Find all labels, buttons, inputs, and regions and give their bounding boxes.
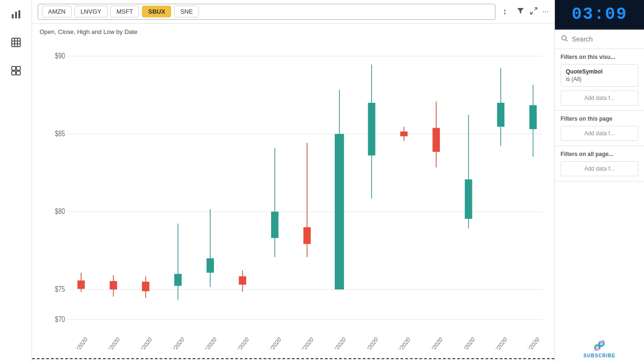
svg-point-69 <box>562 36 566 40</box>
filter-action-icons: ··· <box>516 7 549 17</box>
bar-chart-sidebar-icon[interactable] <box>7 5 25 24</box>
search-box <box>555 30 644 49</box>
svg-text:8/10/2020: 8/10/2020 <box>262 336 282 349</box>
filter-section-visual: Filters on this visu... QuoteSymbol is (… <box>555 49 644 111</box>
bottom-border <box>32 358 554 362</box>
svg-rect-45 <box>400 132 408 136</box>
right-panel: 03:09 Filters on this visu... QuoteSymbo… <box>554 0 644 362</box>
svg-text:7/6/2020: 7/6/2020 <box>103 336 121 349</box>
svg-text:$70: $70 <box>55 315 65 323</box>
filter-btn-sbux[interactable]: SBUX <box>142 6 171 17</box>
add-data-visual[interactable]: Add data f... <box>561 90 638 106</box>
svg-rect-11 <box>17 71 20 75</box>
filter-scroll-area[interactable]: AMZN LNVGY MSFT SBUX SNE <box>38 4 495 20</box>
filter-btn-sne[interactable]: SNE <box>174 6 199 17</box>
svg-line-70 <box>566 40 567 41</box>
svg-rect-47 <box>432 128 440 152</box>
dashboard-sidebar-icon[interactable] <box>7 61 25 80</box>
subscribe-dna-icon: 🧬 <box>594 340 605 351</box>
svg-rect-25 <box>77 280 85 289</box>
svg-rect-27 <box>110 281 117 289</box>
svg-rect-3 <box>12 38 20 47</box>
svg-rect-10 <box>12 71 16 75</box>
candlestick-chart: $90 $85 $80 $75 $70 <box>40 38 547 349</box>
svg-text:9/14/2020: 9/14/2020 <box>424 336 444 349</box>
filter-bar: AMZN LNVGY MSFT SBUX SNE ↕ ··· <box>32 0 554 24</box>
chart-area: Open, Close, High and Low by Date $90 $8… <box>32 24 554 358</box>
svg-text:8/31/2020: 8/31/2020 <box>359 336 379 349</box>
filter-btn-msft[interactable]: MSFT <box>110 6 139 17</box>
svg-rect-0 <box>12 14 14 18</box>
svg-rect-35 <box>239 276 247 285</box>
chart-title: Open, Close, High and Low by Date <box>40 28 547 35</box>
svg-rect-41 <box>335 134 344 289</box>
more-options-icon[interactable]: ··· <box>543 8 549 16</box>
svg-line-13 <box>530 11 533 14</box>
filter-section-page: Filters on this page Add data f... <box>555 111 644 146</box>
filter-btn-amzn[interactable]: AMZN <box>42 6 72 17</box>
filter-section-all-title: Filters on all page... <box>561 151 638 157</box>
svg-rect-49 <box>465 180 472 219</box>
filter-card-quotesymbol-title: QuoteSymbol <box>566 68 633 75</box>
add-data-all[interactable]: Add data f... <box>561 161 638 176</box>
svg-text:8/17/2020: 8/17/2020 <box>295 336 314 349</box>
filter-section-visual-title: Filters on this visu... <box>561 54 638 60</box>
search-icon <box>561 34 568 44</box>
filter-btn-lnvgy[interactable]: LNVGY <box>74 6 107 17</box>
subscribe-area: 🧬 SUBSCRIBE <box>555 336 644 362</box>
filter-card-quotesymbol[interactable]: QuoteSymbol is (All) <box>561 64 638 87</box>
filters-panel: Filters on this visu... QuoteSymbol is (… <box>555 49 644 336</box>
svg-rect-51 <box>497 103 504 127</box>
filter-section-all: Filters on all page... Add data f... <box>555 146 644 181</box>
sidebar <box>0 0 32 362</box>
svg-text:$90: $90 <box>55 52 65 60</box>
svg-text:9/21/2020: 9/21/2020 <box>456 336 476 349</box>
add-data-page[interactable]: Add data f... <box>561 126 638 141</box>
table-sidebar-icon[interactable] <box>7 33 25 52</box>
svg-text:$80: $80 <box>55 207 65 216</box>
filter-card-quotesymbol-value: is (All) <box>566 76 633 82</box>
svg-text:10/2/2020: 10/2/2020 <box>520 336 540 349</box>
svg-rect-53 <box>529 105 537 129</box>
svg-rect-37 <box>271 212 279 238</box>
svg-text:7/27/2020: 7/27/2020 <box>198 336 217 349</box>
main-content: AMZN LNVGY MSFT SBUX SNE ↕ ··· Open, Clo… <box>32 0 554 362</box>
cursor-area: ↕ <box>499 5 511 19</box>
svg-line-12 <box>534 8 537 10</box>
svg-text:6/29/2020: 6/29/2020 <box>68 336 88 349</box>
svg-text:$75: $75 <box>55 285 65 294</box>
svg-text:8/3/2020: 8/3/2020 <box>232 336 250 349</box>
svg-rect-39 <box>304 227 311 244</box>
svg-rect-1 <box>15 12 17 18</box>
chart-container: $90 $85 $80 $75 $70 <box>40 38 547 349</box>
svg-text:9/7/2020: 9/7/2020 <box>393 336 411 349</box>
svg-rect-9 <box>17 66 20 70</box>
subscribe-label[interactable]: SUBSCRIBE <box>584 353 616 358</box>
filter-section-page-title: Filters on this page <box>561 115 638 122</box>
svg-text:7/20/2020: 7/20/2020 <box>165 336 185 349</box>
svg-rect-8 <box>12 66 16 70</box>
svg-rect-31 <box>174 274 182 286</box>
svg-rect-2 <box>18 10 20 18</box>
svg-rect-29 <box>142 282 149 291</box>
svg-text:7/13/2020: 7/13/2020 <box>133 336 153 349</box>
clock-display: 03:09 <box>555 0 644 30</box>
svg-text:8/24/2020: 8/24/2020 <box>327 336 347 349</box>
search-input[interactable] <box>572 35 644 43</box>
filter-icon[interactable] <box>516 7 525 17</box>
expand-icon[interactable] <box>529 7 538 17</box>
svg-text:9/28/2020: 9/28/2020 <box>488 336 508 349</box>
svg-rect-33 <box>206 258 214 272</box>
svg-rect-43 <box>368 103 375 156</box>
svg-text:$85: $85 <box>55 130 65 138</box>
